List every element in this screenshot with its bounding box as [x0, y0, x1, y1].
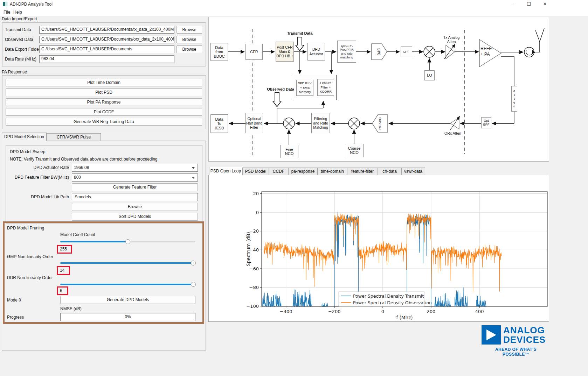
tab-cfr-vswr-pulse-generator[interactable]: CFR/VSWR Pulse Generator	[47, 133, 101, 141]
diagram-box-half-band: Optional Half Band Filter	[245, 113, 263, 133]
actuator-rate-value: 1966.08	[74, 165, 89, 170]
generate-dpd-models-button[interactable]: Generate DPD Models	[60, 296, 195, 304]
transmit-data-browse-button[interactable]: Browse	[177, 26, 202, 34]
dropdown-arrow-icon	[192, 167, 195, 169]
transmit-data-label-diagram: Transmit Data	[284, 31, 316, 35]
menu-file[interactable]: File	[1, 9, 12, 15]
sort-dpd-models-button[interactable]: Sort DPD Models	[72, 213, 198, 221]
diagram-box-jesd: Data To JESD	[210, 114, 228, 133]
ddr-order-slider[interactable]	[60, 282, 195, 287]
observed-data-browse-button[interactable]: Browse	[177, 36, 202, 43]
close-button[interactable]: ✕	[539, 1, 551, 7]
slider-fill	[60, 241, 128, 242]
diagram-box-dfe-proc: DFE Proc + 8MB Memory	[296, 80, 313, 96]
plot-tab-vswr-data[interactable]: vswr-data	[401, 168, 425, 175]
plot-tab-cfr-data[interactable]: cfr-data	[378, 168, 401, 175]
diagram-box-post-cfr: Post CFR Gain & DPD HB ↑	[276, 42, 294, 62]
feature-bw-value: 800	[74, 175, 81, 180]
observed-data-input[interactable]: C:/Users/SVC_HMCOTT_LABUSER/Documents/or…	[39, 36, 174, 43]
block-diagram-connectors: DAC RF ADC	[209, 17, 549, 161]
maximize-button[interactable]: ☐	[523, 1, 535, 7]
adi-logo-icon	[482, 325, 501, 345]
lib-path-label: DPD Model Lib Path	[7, 194, 69, 200]
mixer-icon	[283, 118, 295, 129]
svg-text:−60: −60	[249, 266, 259, 271]
transmit-data-input[interactable]: C:/Users/SVC_HMCOTT_LABUSER/Documents/tx…	[39, 26, 174, 34]
pruning-title: DPD Model Pruning	[7, 226, 44, 231]
model-sweep-note: NOTE: Verify Transmit and Observed data …	[10, 157, 158, 162]
diagram-box-fine-nco: Fine NCO	[280, 145, 298, 158]
svg-text:20: 20	[253, 191, 259, 196]
data-export-folder-label: Data Export Folder	[5, 47, 40, 52]
diagram-box-atten: a t t e n	[511, 86, 517, 112]
plot-tab-psd-open-loop[interactable]: PSD Open Loop	[209, 167, 242, 175]
diagram-box-data-from-bduc: Data from BDUC	[210, 43, 228, 61]
rf-adc-label: RF ADC	[378, 117, 382, 129]
diagram-box-feature-filter: Feature Filter + XCORR	[317, 79, 334, 96]
diagram-box-qec: QEC,PA Prot,PFIR and rate matching	[337, 41, 356, 63]
observed-data-label-diagram: Observed Data	[265, 87, 296, 91]
observed-data-label: Observed Data	[5, 37, 33, 42]
plot-psd-button[interactable]: Plot PSD	[6, 88, 202, 96]
logo-line1: ANALOG	[503, 326, 545, 335]
feature-bw-combobox[interactable]: 800	[72, 173, 198, 182]
slider-handle[interactable]	[125, 239, 130, 244]
app-icon	[3, 2, 7, 6]
plot-tab-time-domain[interactable]: time-domain	[318, 168, 347, 175]
plot-tab-ccdf[interactable]: CCDF	[269, 168, 288, 175]
feature-bw-label: DPD Feature Filter BW(MHz)	[7, 175, 69, 180]
data-rate-input[interactable]: 983.04	[39, 55, 174, 63]
plot-ccdf-button[interactable]: Plot CCDF	[6, 108, 202, 116]
slider-handle[interactable]	[191, 282, 196, 287]
model-coeff-count-value: 255	[60, 247, 67, 251]
transmit-data-arrow-icon	[296, 37, 304, 51]
plot-time-domain-button[interactable]: Plot Time Domain	[6, 79, 202, 86]
ddr-order-label: DDR Non-linearity Order	[7, 275, 53, 281]
plot-pa-response-button[interactable]: Plot PA Response	[6, 98, 202, 106]
diagram-box-filtering: Filtering and Rate Matching	[311, 113, 330, 133]
title-bar: ADI-DPD Analysis Tool ─ ☐ ✕	[0, 0, 588, 8]
model-coeff-count-slider[interactable]	[60, 239, 195, 244]
plot-tab-feature-filter[interactable]: feature-filter	[347, 168, 378, 175]
annotation-brown-highlight-box	[3, 221, 204, 324]
svg-text:−80: −80	[249, 285, 259, 290]
diagram-box-dpd-actuator: DPD Actuator	[307, 43, 325, 61]
data-rate-label: Data Rate (MHz)	[5, 57, 36, 62]
slider-handle[interactable]	[191, 261, 196, 265]
diagram-box-lo: LO	[424, 70, 435, 80]
svg-text:Power Spectral Density Observa: Power Spectral Density Observation	[353, 300, 432, 305]
mixer-icon	[424, 46, 435, 57]
lib-path-input[interactable]: .\\models	[72, 193, 198, 201]
svg-text:0: 0	[381, 309, 384, 314]
diagram-box-coarse-nco: Coarse NCO	[345, 144, 364, 157]
tx-analog-atten-label: Tx Analog Atten	[441, 35, 462, 44]
gmp-order-label: GMP Non-linearity Order	[7, 254, 53, 260]
lib-path-browse-button[interactable]: Browse	[72, 203, 198, 211]
progress-bar: 0%	[60, 313, 195, 321]
slider-fill	[60, 262, 193, 264]
diagram-box-cfr: CFR	[245, 44, 263, 60]
svg-text:400: 400	[475, 309, 484, 314]
minimize-button[interactable]: ─	[506, 1, 518, 7]
progress-value: 0%	[125, 314, 131, 319]
data-export-folder-browse-button[interactable]: Browse	[177, 45, 202, 53]
menu-help[interactable]: Help	[11, 9, 24, 15]
diagram-box-opt-bpf: Opt BPF	[481, 117, 491, 128]
svg-text:0: 0	[256, 210, 259, 215]
data-export-folder-input[interactable]: C:/Users/SVC_HMCOTT_LABUSER/Documents	[39, 45, 174, 53]
rffe-pa-label: RFFE + PA	[480, 46, 496, 57]
window-title: ADI-DPD Analysis Tool	[10, 2, 53, 7]
gmp-order-slider[interactable]	[60, 261, 195, 265]
generate-feature-filter-button[interactable]: Generate Feature Filter	[72, 183, 198, 191]
annotation-red-box-gmp: 14	[57, 266, 70, 275]
psd-open-loop-chart: 200−20−40−60−80−100−400−2000200400f (Mhz…	[209, 175, 549, 321]
plot-tab-pa-response[interactable]: pa-response	[288, 168, 318, 175]
tab-dpd-model-selection[interactable]: DPD Model Selection	[2, 133, 47, 141]
observed-data-arrow-icon	[273, 93, 281, 107]
actuator-rate-combobox[interactable]: 1966.08	[72, 164, 198, 172]
generate-wb-reg-training-button[interactable]: Generate WB Reg Training Data	[6, 118, 202, 126]
plot-tab-psd-model[interactable]: PSD Model	[242, 168, 269, 175]
mode-label: Mode 0	[7, 298, 21, 303]
actuator-rate-label: DPD Actuator Rate	[7, 165, 69, 170]
tx-atten-icon	[446, 45, 455, 59]
